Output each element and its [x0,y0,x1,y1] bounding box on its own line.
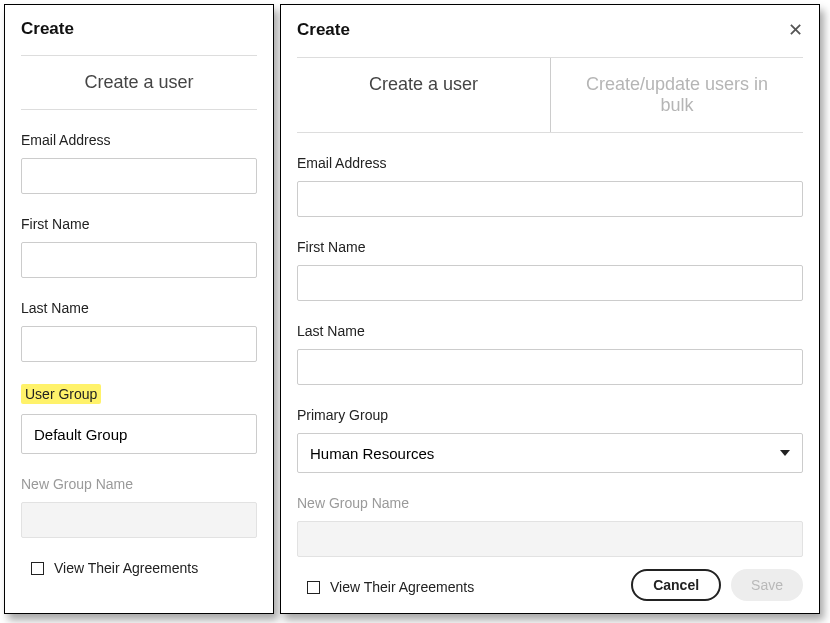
last-name-label: Last Name [21,300,257,316]
field-first-name: First Name [21,216,257,278]
field-new-group: New Group Name [21,476,257,538]
form-body: Email Address First Name Last Name Prima… [281,133,819,595]
last-name-label: Last Name [297,323,803,339]
new-group-input [297,521,803,557]
first-name-label: First Name [297,239,803,255]
email-label: Email Address [297,155,803,171]
email-label: Email Address [21,132,257,148]
user-group-label-text: User Group [21,384,101,404]
new-group-input [21,502,257,538]
tab-create-user[interactable]: Create a user [64,56,213,109]
panel-title-text: Create [297,20,350,40]
user-group-value: Default Group [34,426,127,443]
field-first-name: First Name [297,239,803,301]
email-input[interactable] [21,158,257,194]
form-body: Email Address First Name Last Name User … [5,110,273,576]
field-new-group: New Group Name [297,495,803,557]
primary-group-label: Primary Group [297,407,803,423]
last-name-input[interactable] [21,326,257,362]
view-agreements-label: View Their Agreements [54,560,198,576]
field-primary-group: Primary Group Human Resources [297,407,803,473]
tabs: Create a user [21,55,257,109]
panel-title: Create ✕ [281,5,819,51]
save-button[interactable]: Save [731,569,803,601]
dialog-footer: Cancel Save [631,569,803,601]
new-group-label: New Group Name [21,476,257,492]
create-panel-right: Create ✕ Create a user Create/update use… [280,4,820,614]
last-name-input[interactable] [297,349,803,385]
user-group-label: User Group [21,384,257,404]
panel-title-text: Create [21,19,74,39]
cancel-button[interactable]: Cancel [631,569,721,601]
tabs: Create a user Create/update users in bul… [297,57,803,132]
checkbox-icon[interactable] [307,581,320,594]
panel-title: Create [5,5,273,49]
create-panel-left: Create Create a user Email Address First… [4,4,274,614]
field-user-group: User Group Default Group [21,384,257,454]
primary-group-select[interactable]: Human Resources [297,433,803,473]
primary-group-value: Human Resources [310,445,434,462]
user-group-select[interactable]: Default Group [21,414,257,454]
chevron-down-icon [780,450,790,456]
view-agreements-row[interactable]: View Their Agreements [31,560,257,576]
first-name-label: First Name [21,216,257,232]
close-icon[interactable]: ✕ [788,19,803,41]
field-email: Email Address [21,132,257,194]
field-email: Email Address [297,155,803,217]
field-last-name: Last Name [21,300,257,362]
view-agreements-label: View Their Agreements [330,579,474,595]
tab-bulk-users[interactable]: Create/update users in bulk [550,58,803,132]
field-last-name: Last Name [297,323,803,385]
tab-create-user[interactable]: Create a user [297,58,550,132]
email-input[interactable] [297,181,803,217]
first-name-input[interactable] [21,242,257,278]
checkbox-icon[interactable] [31,562,44,575]
new-group-label: New Group Name [297,495,803,511]
first-name-input[interactable] [297,265,803,301]
